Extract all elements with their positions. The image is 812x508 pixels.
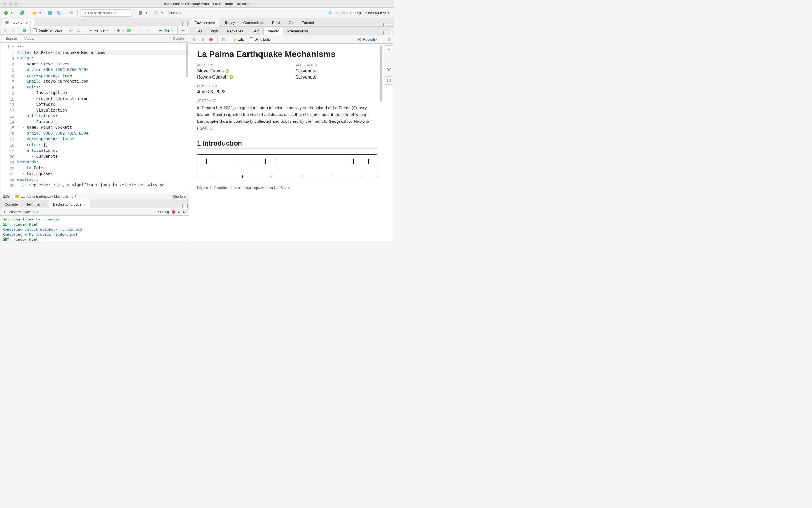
minimize-pane-icon[interactable] — [178, 204, 182, 208]
svg-rect-9 — [70, 11, 72, 12]
svg-rect-11 — [140, 11, 141, 15]
nav-down-icon[interactable] — [145, 27, 152, 34]
close-icon[interactable]: × — [29, 21, 31, 24]
collapse-toc-icon[interactable] — [384, 45, 393, 54]
chevron-down-icon[interactable]: ▾ — [11, 11, 12, 14]
header-icon — [15, 195, 19, 198]
svg-point-22 — [77, 29, 79, 31]
forward-icon[interactable] — [10, 27, 16, 34]
popout-icon[interactable] — [220, 36, 227, 43]
save-icon[interactable] — [22, 27, 28, 34]
chevron-down-icon[interactable]: ▾ — [123, 29, 125, 32]
viewer-back-icon[interactable] — [191, 36, 198, 43]
chevron-down-icon[interactable]: ▾ — [171, 29, 173, 32]
project-menu[interactable]: R manuscript-template-rstudio-test ▾ — [325, 9, 392, 16]
viewer-forward-icon[interactable] — [199, 36, 206, 43]
traffic-lights[interactable] — [3, 2, 18, 6]
refresh-icon[interactable] — [386, 36, 393, 43]
close-icon[interactable]: × — [83, 202, 86, 206]
section-navigator[interactable]: La Palma Earthquake Mechanisms ⇅ — [13, 194, 79, 199]
run-button[interactable]: Run ▾ — [157, 27, 175, 33]
orcid-icon[interactable]: iD — [226, 69, 229, 73]
tab-connections[interactable]: Connections — [239, 18, 268, 27]
render-button[interactable]: Render ▾ — [86, 27, 111, 33]
main-toolbar: + ▾ + ▾ Go to file/function ▾ ▾ Addins ▾… — [0, 8, 394, 18]
tab-files[interactable]: Files — [190, 27, 206, 35]
visual-mode-button[interactable]: Visual — [21, 35, 37, 42]
outline-button[interactable]: Outline — [165, 35, 187, 42]
goto-file-input[interactable]: Go to file/function — [81, 9, 131, 16]
console-output[interactable]: Watching files for changesGET: /index.ht… — [0, 216, 189, 242]
chevron-down-icon[interactable]: ▾ — [376, 38, 377, 41]
minimize-pane-icon[interactable] — [383, 23, 388, 27]
tab-presentation[interactable]: Presentation — [283, 27, 312, 35]
tab-plots[interactable]: Plots — [206, 27, 223, 35]
tab-history[interactable]: History — [219, 18, 239, 27]
maximize-pane-icon[interactable] — [183, 22, 188, 26]
cursor-position: 2:38 — [3, 195, 10, 199]
minimize-icon[interactable] — [9, 2, 12, 6]
scrollbar-vertical[interactable] — [186, 44, 188, 77]
scrollbar-vertical[interactable] — [380, 45, 382, 102]
addins-menu[interactable]: Addins ▾ — [165, 9, 184, 16]
tools-icon[interactable] — [137, 9, 144, 16]
print-icon[interactable] — [68, 9, 75, 16]
tab-console[interactable]: Console — [0, 200, 22, 208]
save-all-icon[interactable] — [55, 9, 62, 16]
grid-icon[interactable] — [153, 9, 160, 16]
maximize-pane-icon[interactable] — [389, 31, 393, 35]
svg-text:R: R — [328, 11, 331, 15]
abstract-text: In September 2021, a significant jump in… — [197, 104, 377, 131]
tab-build[interactable]: Build — [268, 18, 285, 27]
stop-icon[interactable] — [171, 210, 176, 214]
code-content[interactable]: ---title: La Palma Earthquake Mechanisms… — [17, 43, 189, 193]
spellcheck-icon[interactable]: ABC — [67, 27, 74, 34]
published-date: June 23, 2023 — [197, 89, 377, 94]
note-icon[interactable] — [384, 76, 393, 85]
tab-background-jobs[interactable]: Background Jobs × — [49, 200, 90, 208]
close-icon[interactable] — [3, 2, 6, 6]
maximize-pane-icon[interactable] — [183, 204, 188, 208]
back-icon[interactable] — [2, 27, 9, 34]
new-file-icon[interactable]: + — [3, 9, 9, 16]
chevron-down-icon[interactable]: ▾ — [161, 11, 163, 14]
back-icon[interactable] — [3, 210, 7, 214]
tab-packages[interactable]: Packages — [223, 27, 247, 35]
file-type-label[interactable]: Quarto ⇅ — [172, 195, 186, 199]
zoom-icon[interactable] — [14, 2, 18, 6]
publish-button[interactable]: Publish ▾ — [356, 36, 380, 42]
sync-editor-checkbox[interactable]: Sync Editor — [250, 37, 272, 41]
find-icon[interactable] — [75, 27, 82, 34]
source-mode-button[interactable]: Source — [2, 35, 21, 42]
orcid-icon[interactable]: iD — [229, 75, 233, 79]
collapse-icon[interactable] — [180, 27, 187, 34]
file-tab-index[interactable]: index.qmd × — [2, 18, 34, 26]
open-file-icon[interactable] — [31, 9, 38, 16]
tab-help[interactable]: Help — [247, 27, 263, 35]
insert-chunk-icon[interactable]: +C — [126, 27, 132, 34]
edit-button[interactable]: Edit — [233, 37, 244, 41]
tab-environment[interactable]: Environment — [190, 18, 219, 27]
view-source-icon[interactable] — [384, 65, 393, 74]
code-editor[interactable]: 1 ▾2345678910111213141516171819202122232… — [0, 43, 189, 193]
tab-git[interactable]: Git — [285, 18, 298, 27]
chevron-down-icon[interactable]: ▾ — [39, 11, 41, 14]
gear-icon[interactable] — [115, 27, 122, 34]
nav-up-icon[interactable] — [137, 27, 144, 34]
figure-caption: Figure 1: Timeline of recent earthquakes… — [197, 185, 377, 190]
minimize-pane-icon[interactable] — [178, 22, 182, 26]
close-icon[interactable]: × — [42, 202, 44, 206]
chevron-down-icon[interactable]: ▾ — [107, 29, 108, 32]
window-title: manuscript-template-rstudio-test - main … — [24, 2, 391, 6]
render-on-save-checkbox[interactable]: Render on Save — [33, 29, 62, 32]
tab-tutorial[interactable]: Tutorial — [297, 18, 318, 27]
new-project-icon[interactable]: + — [18, 9, 25, 16]
minimize-pane-icon[interactable] — [383, 31, 388, 35]
save-icon[interactable] — [47, 9, 53, 16]
chevron-down-icon[interactable]: ▾ — [146, 11, 147, 14]
tab-viewer[interactable]: Viewer — [263, 27, 283, 35]
viewer-stop-icon[interactable]: × — [208, 36, 214, 43]
tab-terminal[interactable]: Terminal × — [22, 200, 49, 208]
viewer-body[interactable]: La Palma Earthquake Mechanisms AUTHORS S… — [189, 44, 394, 242]
maximize-pane-icon[interactable] — [389, 23, 393, 27]
